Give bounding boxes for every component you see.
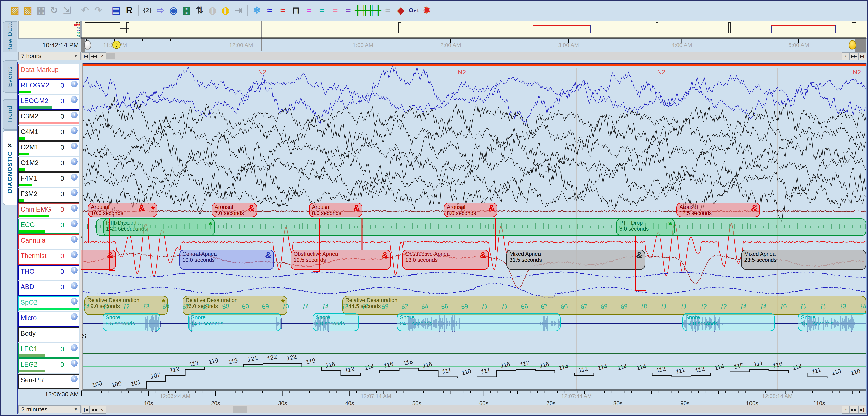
tab-events[interactable]: Events xyxy=(3,60,17,93)
cardiac-event-1[interactable]: PTT Drop14.0 seconds* xyxy=(103,218,215,236)
arousal-event-4[interactable]: Arousal12.5 seconds& xyxy=(676,203,760,217)
channel-abd[interactable]: ABD0i xyxy=(18,281,80,296)
export-icon[interactable]: ⇲ xyxy=(61,4,72,17)
info-icon[interactable]: i xyxy=(71,344,78,351)
info-icon[interactable]: i xyxy=(71,127,78,134)
channel-leogm2[interactable]: LEOGM20i xyxy=(18,95,80,110)
mixed-apnea-event-5[interactable]: Mixed Apnea23.5 seconds xyxy=(741,250,866,270)
channel-sen-pr[interactable]: Sen-PRi xyxy=(18,374,80,389)
info-icon[interactable]: i xyxy=(71,282,78,289)
undo-icon[interactable]: ↶ xyxy=(80,4,91,17)
redo-icon[interactable]: ↷ xyxy=(93,4,104,17)
channel-splitter[interactable]: ▲ xyxy=(80,63,83,390)
wave-purple-icon[interactable]: ≈ xyxy=(343,4,354,17)
channel-f3m2[interactable]: F3M20i xyxy=(18,188,80,203)
channel-tho[interactable]: THO0i xyxy=(18,265,80,281)
calibrate-icon[interactable]: ⇅ xyxy=(194,4,205,17)
channel-c3m2[interactable]: C3M20i xyxy=(18,110,80,125)
exit-icon[interactable]: ⇥ xyxy=(233,4,244,17)
browse-icon[interactable]: ◉ xyxy=(168,4,179,17)
wave-red-icon[interactable]: ≈ xyxy=(277,4,288,17)
prescription-icon[interactable]: R xyxy=(124,4,135,17)
overview-scroll-track[interactable] xyxy=(82,52,866,60)
overview-scroll-right-2[interactable]: ▶| xyxy=(858,52,866,60)
wave-blue-icon[interactable]: ≈ xyxy=(265,4,276,17)
tab-raw-data[interactable]: Raw Data xyxy=(3,21,17,52)
table-icon[interactable]: ▦ xyxy=(181,4,192,17)
epoch-range-select[interactable]: 2 minutes ▼ xyxy=(18,405,81,413)
info-icon[interactable]: i xyxy=(71,360,78,366)
channel-data-markup[interactable]: Data Markup xyxy=(18,64,80,79)
wave-gray-icon[interactable]: ≈ xyxy=(382,4,393,17)
overview-scroll-right-1[interactable]: ▶▶ xyxy=(850,52,858,60)
info-icon[interactable]: i xyxy=(71,220,78,227)
arousal-event-1[interactable]: Arousal7.0 seconds& xyxy=(212,203,257,217)
close-icon[interactable]: ✕ xyxy=(7,142,12,149)
main-scroll-right-2[interactable]: ▶| xyxy=(858,406,866,414)
main-scroll-left-2[interactable]: < xyxy=(98,406,106,414)
desaturation-event-1[interactable]: Relative Desaturation46.0 seconds* xyxy=(183,296,287,315)
main-scroll-right-1[interactable]: ▶▶ xyxy=(850,406,858,414)
channel-spo2[interactable]: SpO2i xyxy=(18,296,80,312)
wave-square-icon[interactable]: ⊓ xyxy=(290,4,302,17)
channel-thermist[interactable]: Thermist0i xyxy=(18,250,80,265)
info-icon[interactable]: i xyxy=(71,142,78,150)
info-icon[interactable]: i xyxy=(71,158,78,165)
reload-icon[interactable]: ↻ xyxy=(49,4,59,17)
obstructive-apnea-event-3[interactable]: Obstructive Apnea13.0 seconds& xyxy=(402,250,489,270)
info-icon[interactable]: i xyxy=(71,81,78,88)
channel-cannula[interactable]: Cannulai xyxy=(18,234,80,249)
snore-event-0[interactable]: Snore8.5 seconds xyxy=(102,313,160,331)
info-icon[interactable]: i xyxy=(71,298,78,305)
channel-f4m1[interactable]: F4M10i xyxy=(18,172,80,187)
wave-teal-icon[interactable]: ≈ xyxy=(317,4,328,17)
open-recent-icon[interactable]: ▧ xyxy=(22,4,33,17)
info-icon[interactable]: i xyxy=(71,189,78,196)
channel-reogm2[interactable]: REOGM20i xyxy=(18,79,80,94)
open-study-icon[interactable]: ▨ xyxy=(9,4,20,17)
main-scroll-left-0[interactable]: |◀ xyxy=(82,406,90,414)
snore-event-4[interactable]: Snore12.0 seconds xyxy=(682,313,775,331)
value-box-icon[interactable]: {2} xyxy=(142,4,153,17)
montage-a-icon[interactable]: ╫╫ xyxy=(356,4,367,17)
info-icon[interactable]: i xyxy=(71,313,78,320)
main-scroll-left-1[interactable]: ◀◀ xyxy=(90,406,98,414)
hypnogram-plot[interactable] xyxy=(82,21,867,39)
snore-event-3[interactable]: Snore24.5 seconds xyxy=(397,313,561,331)
save-icon[interactable]: ▦ xyxy=(35,4,46,17)
montage-b-icon[interactable]: ╫╫ xyxy=(369,4,380,17)
arousal-event-3[interactable]: Arousal8.0 seconds& xyxy=(444,203,497,217)
artifact-icon[interactable]: ◆ xyxy=(395,4,406,17)
channel-ecg[interactable]: ECG0i xyxy=(18,219,80,234)
snore-event-2[interactable]: Snore8.0 seconds xyxy=(313,313,359,331)
info-icon[interactable]: i xyxy=(71,236,78,243)
overview-scroll-right-0[interactable]: > xyxy=(842,52,850,60)
central-apnea-event-1[interactable]: Central Apnea10.0 seconds& xyxy=(179,250,274,270)
channel-leg2[interactable]: LEG20i xyxy=(18,358,80,374)
o2-desat-icon[interactable]: O₂↓ xyxy=(408,4,420,17)
overview-scroll-left-1[interactable]: ◀◀ xyxy=(90,52,98,60)
apnea-event-0[interactable]: & xyxy=(82,250,116,270)
info-icon[interactable]: i xyxy=(71,174,78,181)
tab-diagnostic[interactable]: ✕DIAGNOSTIC xyxy=(3,130,17,205)
channel-micro[interactable]: Microi xyxy=(18,312,80,327)
overview-range-select[interactable]: 7 hours ▼ xyxy=(18,52,81,60)
wave-pink-icon[interactable]: ≈ xyxy=(330,4,341,17)
channel-leg1[interactable]: LEG10i xyxy=(18,343,80,358)
channel-o1m2[interactable]: O1M20i xyxy=(18,157,80,172)
main-scroll-track[interactable] xyxy=(82,405,866,413)
info-icon[interactable]: i xyxy=(71,251,78,258)
snore-event-1[interactable]: Snore14.0 seconds xyxy=(188,313,281,331)
arousal-event-0[interactable]: Arousal10.0 seconds&* xyxy=(88,203,157,217)
arousal-event-2[interactable]: Arousal8.0 seconds& xyxy=(309,203,362,217)
info-icon[interactable]: i xyxy=(71,111,78,119)
mixed-apnea-event-4[interactable]: Mixed Apnea31.5 seconds& xyxy=(506,250,645,270)
channel-o2m1[interactable]: O2M10i xyxy=(18,141,80,156)
snore-event-5[interactable]: Snore15.5 seconds xyxy=(798,313,866,331)
info-icon[interactable]: i xyxy=(71,205,78,212)
spindle-icon[interactable]: ✺ xyxy=(422,4,433,17)
obstructive-apnea-event-2[interactable]: Obstructive Apnea12.5 seconds& xyxy=(290,250,391,270)
lightbulb-on-icon[interactable]: ◍ xyxy=(220,4,231,17)
overview-scroll-left-2[interactable]: < xyxy=(98,52,106,60)
channel-c4m1[interactable]: C4M10i xyxy=(18,126,80,141)
